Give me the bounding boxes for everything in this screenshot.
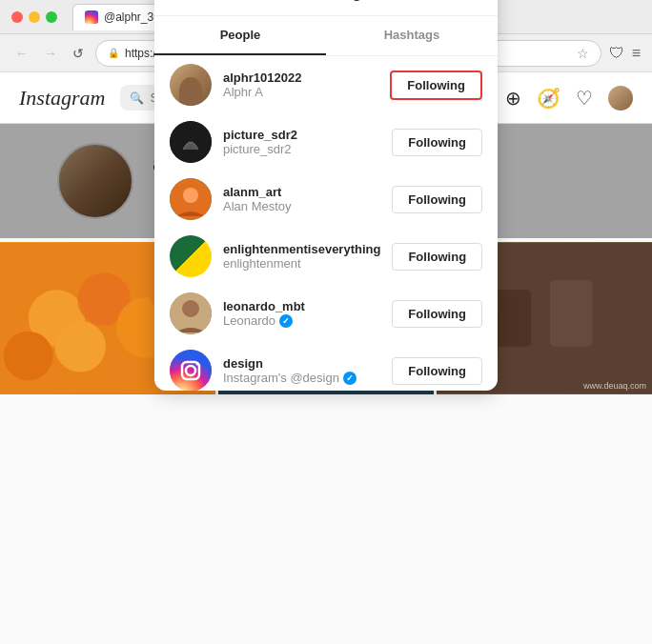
user-avatar[interactable] (170, 350, 212, 391)
reload-button[interactable]: ↺ (69, 44, 88, 63)
svg-point-15 (4, 332, 53, 381)
user-avatar[interactable] (170, 292, 212, 334)
instagram-logo[interactable]: Instagram (19, 86, 105, 111)
user-info: leonardo_mbt Leonardo ✓ (223, 299, 380, 328)
following-list: alphr1012022 Alphr A Following picture (154, 56, 498, 391)
username: leonardo_mbt (223, 299, 380, 313)
activity-icon[interactable]: ♡ (576, 87, 593, 110)
user-avatar[interactable] (170, 178, 212, 220)
svg-point-16 (54, 321, 106, 372)
svg-point-5 (170, 350, 212, 391)
username: alphr1012022 (223, 70, 378, 85)
list-item: alanm_art Alan Mestoy Following (154, 171, 498, 228)
list-item: alphr1012022 Alphr A Following (154, 56, 498, 113)
following-button[interactable]: Following (392, 243, 482, 271)
menu-icon[interactable]: ≡ (632, 45, 641, 62)
following-modal: Following × People Hashtags alphr1012022… (154, 0, 498, 391)
svg-rect-23 (493, 290, 531, 346)
list-item: design Instagram's @design ✓ Following (154, 342, 498, 391)
tab-hashtags[interactable]: Hashtags (326, 16, 498, 55)
profile-avatar-nav[interactable] (608, 86, 633, 111)
user-info: enlightenmentiseverything enlightenment (223, 242, 380, 271)
tab-favicon (85, 10, 98, 24)
fullname: enlightenment (223, 256, 380, 271)
fullname: picture_sdr2 (223, 142, 380, 156)
following-button[interactable]: Following (392, 129, 482, 156)
user-info: alanm_art Alan Mestoy (223, 185, 380, 213)
back-button[interactable]: ← (11, 44, 32, 63)
user-info: alphr1012022 Alphr A (223, 70, 378, 99)
watermark: www.deuaq.com (583, 381, 646, 391)
modal-overlay[interactable]: Following × People Hashtags alphr1012022… (0, 124, 652, 238)
following-button[interactable]: Following (390, 70, 482, 100)
modal-title: Following (291, 0, 362, 2)
user-info: picture_sdr2 picture_sdr2 (223, 128, 380, 156)
svg-point-4 (182, 300, 199, 317)
username: alanm_art (223, 185, 380, 199)
fullname: Instagram's @design ✓ (223, 371, 380, 385)
search-icon: 🔍 (130, 91, 144, 105)
profile-section: alphr_36 Edit Profile ⚙ Following × Peop… (0, 124, 652, 238)
verified-badge: ✓ (343, 372, 357, 385)
verified-badge: ✓ (279, 314, 293, 328)
svg-rect-24 (550, 280, 593, 346)
user-avatar[interactable] (170, 235, 212, 277)
following-button[interactable]: Following (392, 300, 482, 328)
add-post-icon[interactable]: ⊕ (505, 87, 521, 110)
bookmark-icon[interactable]: ☆ (577, 46, 589, 61)
username: picture_sdr2 (223, 128, 380, 142)
following-button[interactable]: Following (392, 186, 482, 213)
following-button[interactable]: Following (392, 357, 482, 385)
user-avatar[interactable] (170, 121, 212, 163)
shield-icon[interactable]: 🛡 (609, 45, 624, 62)
list-item: enlightenmentiseverything enlightenment … (154, 228, 498, 285)
user-info: design Instagram's @design ✓ (223, 356, 380, 385)
list-item: leonardo_mbt Leonardo ✓ Following (154, 285, 498, 342)
modal-tabs: People Hashtags (154, 16, 498, 56)
security-icon: 🔒 (108, 48, 119, 58)
svg-point-8 (196, 363, 199, 366)
username: design (223, 356, 380, 371)
browser-action-icons: 🛡 ≡ (609, 45, 641, 62)
forward-button[interactable]: → (40, 44, 61, 63)
svg-point-2 (183, 188, 198, 203)
window-controls (11, 11, 57, 23)
modal-close-button[interactable]: × (474, 0, 484, 4)
username: enlightenmentiseverything (223, 242, 380, 256)
modal-header: Following × (154, 0, 498, 16)
minimize-button[interactable] (29, 11, 40, 23)
fullname: Leonardo ✓ (223, 313, 380, 328)
explore-icon[interactable]: 🧭 (537, 87, 560, 110)
user-avatar[interactable] (170, 64, 212, 106)
maximize-button[interactable] (46, 11, 57, 23)
fullname: Alphr A (223, 85, 378, 99)
close-button[interactable] (11, 11, 23, 23)
tab-people[interactable]: People (154, 16, 326, 55)
list-item: picture_sdr2 picture_sdr2 Following (154, 113, 498, 171)
fullname: Alan Mestoy (223, 199, 380, 213)
